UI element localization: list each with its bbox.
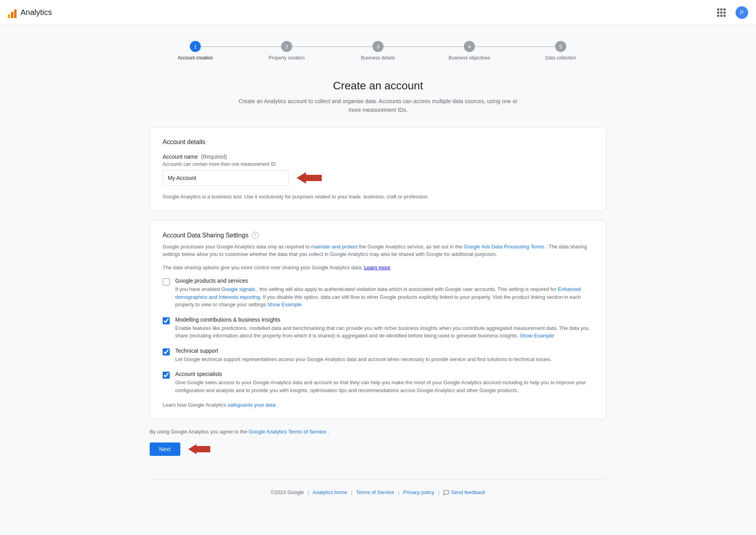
safeguards-link[interactable]: safeguards your data bbox=[228, 402, 276, 408]
step-1-label: Account creation bbox=[178, 55, 213, 61]
app-title: Analytics bbox=[20, 8, 52, 17]
safeguard-note: Learn how Google Analytics safeguards yo… bbox=[163, 402, 593, 408]
option-account-specialists-desc: Give Google sales access to your Google … bbox=[175, 379, 593, 394]
arrow-left-btn-icon bbox=[188, 443, 210, 455]
checkbox-account-specialists[interactable] bbox=[163, 372, 170, 379]
sharing-desc: Google processes your Google Analytics d… bbox=[163, 243, 593, 258]
arrow-left-icon bbox=[296, 171, 322, 185]
arrow-annotation-input bbox=[296, 171, 322, 185]
business-note: Google Analytics is a business tool. Use… bbox=[163, 194, 593, 200]
account-details-title: Account details bbox=[163, 139, 593, 146]
stepper: 1 Account creation 2 Property creation 3… bbox=[150, 41, 606, 61]
data-sharing-title-row: Account Data Sharing Settings ? bbox=[163, 232, 593, 239]
option-google-products: Google products and services If you have… bbox=[163, 278, 593, 309]
logo-bar-2 bbox=[11, 12, 13, 18]
avatar[interactable]: P bbox=[736, 6, 748, 19]
account-name-input[interactable] bbox=[163, 170, 289, 186]
account-name-label: Account name (Required) bbox=[163, 154, 593, 160]
apps-button[interactable] bbox=[713, 5, 729, 20]
svg-rect-2 bbox=[444, 491, 448, 494]
footer-privacy-link[interactable]: Privacy policy bbox=[403, 489, 434, 495]
step-2-circle: 2 bbox=[281, 41, 292, 52]
logo-bar-1 bbox=[8, 14, 10, 18]
option-account-specialists: Account specialists Give Google sales ac… bbox=[163, 371, 593, 394]
option-modelling-desc: Enable features like predictions, modell… bbox=[175, 324, 593, 340]
step-3-circle: 3 bbox=[372, 41, 384, 52]
footer-terms-link[interactable]: Terms of Service bbox=[356, 489, 394, 495]
step-1-circle: 1 bbox=[190, 41, 201, 52]
footer-analytics-home-link[interactable]: Analytics home bbox=[313, 489, 347, 495]
step-4: 4 Business objectives bbox=[424, 41, 515, 61]
step-1: 1 Account creation bbox=[150, 41, 241, 61]
checkbox-modelling[interactable] bbox=[163, 317, 170, 324]
nav-brand: Analytics bbox=[8, 7, 52, 18]
analytics-logo bbox=[8, 7, 17, 18]
help-icon[interactable]: ? bbox=[252, 232, 259, 239]
option-modelling-title: Modelling contributions & business insig… bbox=[175, 317, 593, 323]
account-name-hint: Accounts can contain more than one measu… bbox=[163, 161, 593, 167]
option-modelling: Modelling contributions & business insig… bbox=[163, 317, 593, 340]
google-signals-link[interactable]: Google signals bbox=[221, 286, 255, 292]
account-name-row bbox=[163, 170, 593, 186]
data-sharing-card: Account Data Sharing Settings ? Google p… bbox=[150, 220, 606, 420]
nav-actions: P bbox=[713, 5, 748, 20]
footer-feedback-link[interactable]: Send feedback bbox=[451, 489, 485, 495]
grid-icon bbox=[717, 8, 726, 17]
checkbox-google-products[interactable] bbox=[163, 278, 170, 285]
button-row: Next bbox=[150, 442, 606, 456]
tos-link[interactable]: Google Analytics Terms of Service bbox=[249, 429, 326, 435]
svg-marker-1 bbox=[188, 444, 210, 454]
learn-more-link[interactable]: Learn more bbox=[364, 265, 390, 270]
option-account-specialists-title: Account specialists bbox=[175, 371, 593, 377]
option-google-products-title: Google products and services bbox=[175, 278, 593, 284]
option-technical-support: Technical support Let Google technical s… bbox=[163, 348, 593, 363]
step-2: 2 Property creation bbox=[241, 41, 332, 61]
tos-line: By using Google Analytics you agree to t… bbox=[150, 429, 606, 435]
footer: ©2023 Google | Analytics home | Terms of… bbox=[150, 479, 606, 511]
step-3-label: Business details bbox=[361, 55, 395, 61]
page-subtitle: Create an Analytics account to collect a… bbox=[150, 97, 606, 115]
step-3: 3 Business details bbox=[332, 41, 424, 61]
topnav: Analytics P bbox=[0, 0, 756, 25]
sharing-note: The data sharing options give you more c… bbox=[163, 264, 593, 272]
step-4-circle: 4 bbox=[464, 41, 475, 52]
logo-bar-3 bbox=[14, 9, 17, 18]
step-5: 5 Data collection bbox=[515, 41, 606, 61]
feedback-icon bbox=[443, 490, 449, 496]
svg-marker-0 bbox=[296, 172, 322, 183]
show-example-link-2[interactable]: Show Example bbox=[520, 333, 554, 339]
option-technical-support-desc: Let Google technical support representat… bbox=[175, 355, 552, 363]
account-details-card: Account details Account name (Required) … bbox=[150, 127, 606, 211]
maintain-protect-link[interactable]: maintain and protect bbox=[311, 244, 358, 250]
arrow-annotation-button bbox=[188, 443, 210, 455]
show-example-link-1[interactable]: Show Example bbox=[267, 302, 302, 307]
step-5-circle: 5 bbox=[555, 41, 566, 52]
step-5-label: Data collection bbox=[545, 55, 576, 61]
option-google-products-desc: If you have enabled Google signals , thi… bbox=[175, 285, 593, 309]
data-sharing-title: Account Data Sharing Settings bbox=[163, 232, 248, 239]
checkbox-technical-support[interactable] bbox=[163, 348, 170, 355]
main-content: 1 Account creation 2 Property creation 3… bbox=[142, 25, 614, 535]
page-title: Create an account bbox=[150, 80, 606, 92]
step-2-label: Property creation bbox=[269, 55, 304, 61]
step-4-label: Business objectives bbox=[448, 55, 490, 61]
option-technical-support-title: Technical support bbox=[175, 348, 552, 354]
next-button[interactable]: Next bbox=[150, 442, 180, 456]
google-ads-link[interactable]: Google Ads Data Processing Terms bbox=[464, 244, 545, 250]
